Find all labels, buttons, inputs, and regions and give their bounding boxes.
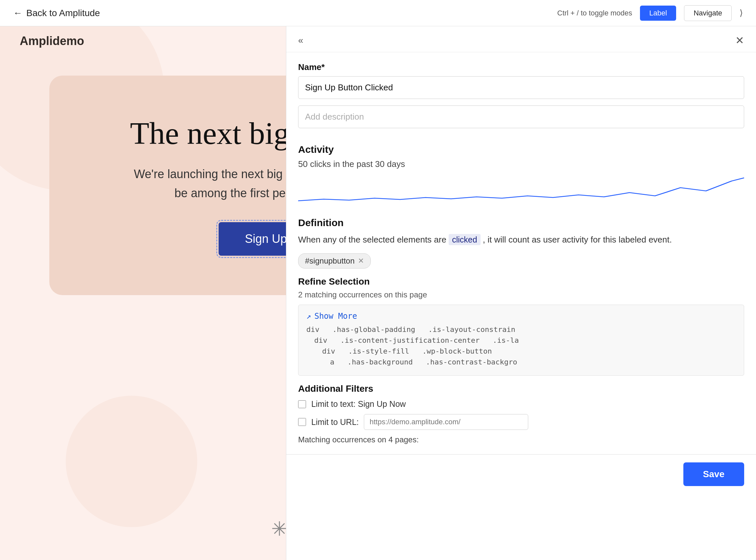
panel-footer: Save [286,454,756,494]
filters-title: Additional Filters [298,383,744,394]
topbar-right: Ctrl + / to toggle modes Label Navigate … [557,5,743,21]
toggle-hint: Ctrl + / to toggle modes [557,9,632,17]
filter-url-input[interactable] [364,414,528,430]
back-label[interactable]: Back to Amplitude [26,8,100,18]
topbar-left: ← Back to Amplitude [13,8,100,18]
navigate-button[interactable]: Navigate [684,5,732,21]
definition-after: , it will count as user activity for thi… [483,235,672,244]
topbar: ← Back to Amplitude Ctrl + / to toggle m… [0,0,756,26]
filter-text-row: Limit to text: Sign Up Now [298,399,744,409]
refine-subtitle: 2 matching occurrences on this page [298,290,744,299]
back-arrow-icon[interactable]: ← [13,8,22,18]
panel-header: « ✕ [286,26,756,52]
panel-body: Name* Activity 50 clicks in the past 30 … [286,52,756,454]
description-input[interactable] [298,105,744,128]
definition-text: When any of the selected elements are cl… [298,232,744,247]
selector-row-0: div .has-global-padding .is-layout-const… [306,325,736,334]
tag-signupbutton: #signupbutton ✕ [298,253,371,268]
selector-row-3: a .has-background .has-contrast-backgro [306,358,736,366]
collapse-topbar-icon[interactable]: ⟩ [740,8,743,18]
filter-url-checkbox[interactable] [298,418,306,426]
save-button[interactable]: Save [683,462,744,486]
activity-text: 50 clicks in the past 30 days [298,159,744,169]
asterisk-decoration: ✳ [271,517,287,540]
panel-collapse-button[interactable]: « [298,35,303,46]
show-more-button[interactable]: ↗ Show More [306,312,736,321]
name-input[interactable] [298,76,744,99]
selector-box: ↗ Show More div .has-global-padding .is-… [298,305,744,376]
show-more-icon: ↗ [306,312,311,321]
label-button[interactable]: Label [640,5,676,21]
definition-title: Definition [298,217,744,228]
selector-row-1: div .is-content-justification-center .is… [306,336,736,344]
name-field-label: Name* [298,62,744,72]
event-panel: « ✕ Name* Activity 50 clicks in the past… [286,26,756,560]
definition-before: When any of the selected elements are [298,235,446,244]
filter-text-label: Limit to text: Sign Up Now [311,399,406,409]
filter-url-label: Limit to URL: [311,417,359,427]
filter-text-checkbox[interactable] [298,400,306,408]
activity-chart [298,175,744,207]
selector-row-2: div .is-style-fill .wp-block-button [306,347,736,355]
tag-remove-icon[interactable]: ✕ [358,257,364,265]
show-more-label: Show More [314,312,357,321]
tag-area: #signupbutton ✕ [298,253,744,268]
matching-pages-text: Matching occurrences on 4 pages: [298,435,744,444]
filter-url-row: Limit to URL: [298,414,744,430]
refine-title: Refine Selection [298,276,744,287]
panel-close-button[interactable]: ✕ [735,34,744,47]
tag-label: #signupbutton [305,256,355,265]
definition-highlight: clicked [449,234,480,245]
activity-title: Activity [298,144,744,155]
